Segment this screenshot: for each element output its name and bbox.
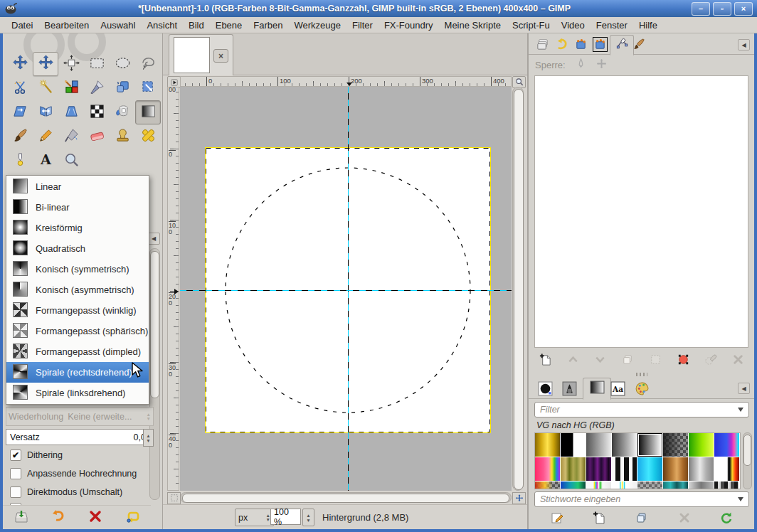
repeat-combo[interactable]: Wiederholung Keine (erweite... ▲▼ — [6, 407, 154, 426]
duplicate-gradient-button[interactable] — [635, 511, 649, 528]
tab-fonts[interactable]: Aa — [607, 381, 628, 398]
checkbox-box[interactable]: ✔ — [10, 449, 21, 461]
lower-path-button[interactable] — [593, 353, 607, 369]
tool-clone[interactable] — [110, 124, 135, 149]
save-tool-preset-button[interactable] — [14, 509, 29, 527]
new-path-button[interactable] — [539, 353, 552, 369]
tool-perspective[interactable] — [58, 100, 84, 124]
delete-path-button[interactable] — [731, 353, 745, 369]
raise-path-button[interactable] — [566, 353, 580, 369]
tool-option-checkbox[interactable]: ✔ Direktmodus (Umschalt) — [10, 485, 122, 499]
checkbox-box[interactable]: ✔ — [10, 486, 21, 498]
canvas-viewport[interactable] — [180, 87, 512, 491]
menu-item[interactable]: Farben — [248, 18, 288, 32]
menu-item[interactable]: Datei — [6, 18, 38, 32]
tool-heal[interactable] — [135, 124, 161, 149]
horizontal-scrollbar[interactable] — [180, 492, 512, 503]
duplicate-path-button[interactable] — [621, 353, 635, 369]
gradient-swatch[interactable] — [586, 433, 611, 457]
shape-menu-item[interactable]: Spirale (linksdrehend) — [6, 383, 149, 403]
selection-to-path-button[interactable] — [677, 353, 690, 369]
tool-pattern[interactable] — [84, 100, 110, 124]
tool-ellipse-select[interactable] — [110, 52, 135, 76]
title-bar[interactable]: *[Unbenannt]-1.0 (RGB-Farben 8-Bit-Gamma… — [0, 0, 757, 17]
shape-menu-item[interactable]: Linear — [6, 176, 149, 197]
gradient-swatch[interactable] — [561, 482, 586, 489]
gradient-swatch[interactable] — [714, 433, 739, 457]
gradient-filter-input[interactable]: Filter — [534, 402, 749, 417]
image-canvas[interactable] — [206, 148, 490, 432]
tool-option-checkbox[interactable]: ✔ Dithering — [10, 448, 63, 462]
tool-options-scrollbar[interactable] — [149, 248, 160, 500]
menu-item[interactable]: Script-Fu — [507, 18, 556, 32]
menu-item[interactable]: Fenster — [591, 18, 633, 32]
shape-menu-item[interactable]: Kreisförmig — [6, 218, 149, 238]
menu-item[interactable]: Ansicht — [141, 18, 183, 32]
gradient-swatch[interactable] — [689, 433, 714, 457]
gradient-swatch[interactable] — [535, 457, 560, 481]
chevron-down-icon[interactable] — [738, 497, 743, 501]
tool-airbrush[interactable] — [58, 124, 84, 149]
gradient-swatch[interactable] — [586, 482, 611, 489]
tab-undo-history[interactable] — [552, 38, 571, 53]
dock-menu-button-2[interactable]: ◀ — [738, 383, 750, 394]
gradient-swatch[interactable] — [689, 482, 714, 489]
menu-item[interactable]: Video — [556, 18, 591, 32]
offset-field[interactable]: Versatz 0,0 — [6, 429, 150, 445]
tab-patterns[interactable] — [559, 381, 580, 398]
shape-menu-item[interactable]: Konisch (asymmetrisch) — [6, 280, 149, 300]
delete-gradient-button[interactable] — [677, 511, 692, 528]
restore-tool-preset-button[interactable] — [51, 509, 66, 527]
gradients-scrollbar[interactable] — [743, 432, 752, 489]
tags-input[interactable]: Stichworte eingeben — [534, 491, 749, 507]
tool-transform[interactable] — [110, 76, 135, 100]
menu-item[interactable]: Auswahl — [95, 18, 141, 32]
tool-shear[interactable] — [7, 100, 33, 124]
stroke-path-button[interactable] — [704, 353, 717, 369]
gradient-swatch[interactable] — [561, 457, 586, 481]
dock-splitter[interactable] — [529, 372, 754, 376]
offset-spinner[interactable]: ▲▼ — [143, 429, 154, 447]
shape-menu-item[interactable]: Quadratisch — [6, 238, 149, 259]
tool-text[interactable]: A — [33, 149, 58, 173]
tool-zoom[interactable] — [58, 149, 84, 173]
zoom-spinner[interactable]: ▲▼ — [302, 509, 314, 526]
menu-item[interactable]: Hilfe — [633, 18, 663, 32]
paths-list-panel[interactable] — [534, 75, 748, 348]
menu-item[interactable]: Ebene — [210, 18, 248, 32]
menu-item[interactable]: Meine Skripte — [439, 18, 507, 32]
tool-paintbrush[interactable] — [7, 124, 33, 149]
tool-align[interactable] — [58, 52, 84, 76]
tool-rect-select[interactable] — [84, 52, 110, 76]
shape-menu-item[interactable]: Bi-linear — [6, 197, 149, 218]
refresh-gradients-button[interactable] — [719, 511, 734, 528]
checkbox-box[interactable]: ✔ — [10, 468, 21, 479]
tool-scissors[interactable] — [7, 76, 33, 100]
lock-position-icon[interactable] — [596, 58, 607, 71]
delete-tool-preset-button[interactable] — [88, 509, 103, 527]
menu-item[interactable]: Bearbeiten — [38, 18, 95, 32]
lock-pixels-icon[interactable] — [576, 58, 586, 71]
gradient-swatch[interactable] — [586, 457, 611, 481]
navigation-button[interactable] — [512, 492, 526, 504]
gradient-swatch[interactable] — [714, 457, 739, 481]
tool-move[interactable] — [7, 52, 33, 76]
tool-gradient[interactable] — [135, 100, 161, 124]
gradient-swatch[interactable] — [663, 433, 688, 457]
shape-menu-item[interactable]: Formangepasst (winklig) — [6, 300, 149, 321]
menu-item[interactable]: Filter — [346, 18, 378, 32]
shape-menu-item[interactable]: Formangepasst (sphärisch) — [6, 321, 149, 341]
menu-item[interactable]: Werkzeuge — [289, 18, 347, 32]
menu-item[interactable]: Bild — [183, 18, 210, 32]
repeat-spinner[interactable]: ▲▼ — [147, 413, 151, 421]
chevron-down-icon[interactable] — [738, 408, 743, 412]
tool-flip[interactable] — [33, 100, 58, 124]
menu-item[interactable]: FX-Foundry — [378, 18, 439, 32]
close-button[interactable]: × — [734, 2, 753, 16]
tab-images[interactable] — [591, 38, 609, 53]
shape-menu-item[interactable]: Formangepasst (dimpled) — [6, 341, 149, 362]
shape-menu-item[interactable]: Konisch (symmetrisch) — [6, 259, 149, 280]
tool-fuzzy-select[interactable] — [33, 76, 58, 100]
gradient-swatch[interactable] — [535, 433, 560, 457]
gradient-swatch[interactable] — [561, 433, 586, 457]
